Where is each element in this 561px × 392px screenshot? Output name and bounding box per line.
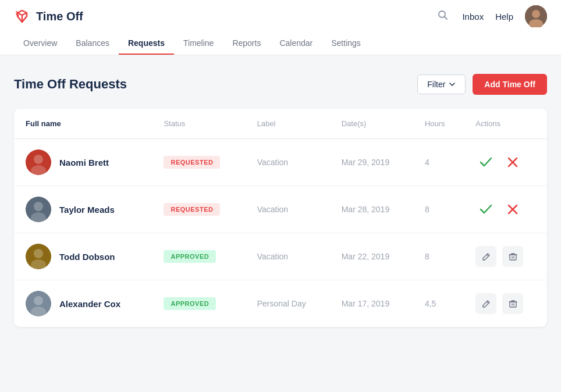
edit-button[interactable]	[475, 246, 496, 267]
header-right: Inbox Help	[435, 5, 547, 27]
label-cell: Vacation	[246, 233, 330, 280]
svg-point-14	[34, 249, 43, 258]
actions-cell	[464, 139, 547, 186]
name-text: Alexander Cox	[59, 299, 120, 309]
status-cell: APPROVED	[152, 280, 245, 327]
tab-calendar[interactable]: Calendar	[270, 33, 322, 55]
delete-button[interactable]	[502, 246, 523, 267]
tab-timeline[interactable]: Timeline	[174, 33, 223, 55]
edit-button[interactable]	[475, 293, 496, 314]
name-text: Taylor Meads	[59, 205, 115, 215]
table-row: Alexander Cox APPROVEDPersonal DayMar 17…	[14, 280, 547, 327]
table-header: Full name Status Label Date(s) Hours Act…	[14, 109, 547, 139]
svg-point-8	[34, 155, 43, 164]
approve-button[interactable]	[475, 152, 496, 173]
avatar-face	[26, 197, 51, 222]
user-avatar[interactable]	[525, 5, 547, 27]
hours-cell: 4,5	[413, 280, 464, 327]
tab-reports[interactable]: Reports	[223, 33, 270, 55]
status-badge: APPROVED	[164, 297, 216, 310]
delete-button[interactable]	[502, 293, 523, 314]
label-text: Vacation	[257, 158, 288, 167]
hours-cell: 8	[413, 233, 464, 280]
date-cell: Mar 22, 2019	[330, 233, 413, 280]
date-text: Mar 22, 2019	[342, 252, 390, 261]
date-cell: Mar 29, 2019	[330, 139, 413, 186]
avatar-circle	[26, 149, 51, 175]
table-body: Naomi Brett REQUESTEDVacationMar 29, 201…	[14, 139, 547, 327]
avatar-svg	[525, 5, 547, 27]
search-icon	[438, 10, 448, 20]
reject-button[interactable]	[502, 152, 523, 173]
status-cell: REQUESTED	[152, 186, 245, 233]
avatar-face	[26, 291, 51, 316]
logo-area: Time Off	[14, 8, 83, 24]
label-cell: Vacation	[246, 139, 330, 186]
label-text: Vacation	[257, 205, 288, 214]
avatar-circle	[26, 291, 51, 316]
col-actions: Actions	[464, 109, 547, 139]
row-avatar	[26, 291, 51, 316]
svg-rect-20	[510, 302, 516, 307]
col-label: Label	[246, 109, 330, 139]
tab-requests[interactable]: Requests	[119, 33, 174, 55]
col-dates: Date(s)	[330, 109, 413, 139]
hours-text: 8	[425, 252, 429, 261]
name-cell: Taylor Meads	[14, 186, 152, 233]
name-text: Todd Dobson	[59, 252, 115, 262]
tab-balances[interactable]: Balances	[66, 33, 119, 55]
date-text: Mar 29, 2019	[342, 158, 390, 167]
actions-cell	[464, 233, 547, 280]
row-avatar	[26, 197, 51, 222]
svg-point-18	[34, 296, 43, 305]
tab-overview[interactable]: Overview	[14, 33, 66, 55]
add-time-off-button[interactable]: Add Time Off	[473, 74, 547, 95]
toolbar: Filter Add Time Off	[417, 74, 547, 95]
avatar-face	[26, 149, 51, 175]
actions-cell	[464, 186, 547, 233]
name-cell: Naomi Brett	[14, 139, 152, 186]
header-top: Time Off Inbox Help	[14, 0, 547, 33]
nav-tabs: Overview Balances Requests Timeline Repo…	[14, 33, 547, 55]
requests-table: Full name Status Label Date(s) Hours Act…	[14, 109, 547, 327]
name-cell: Todd Dobson	[14, 233, 152, 280]
tab-settings[interactable]: Settings	[322, 33, 370, 55]
filter-button[interactable]: Filter	[417, 74, 466, 94]
table-row: Todd Dobson APPROVEDVacationMar 22, 2019…	[14, 233, 547, 280]
svg-line-3	[445, 16, 448, 19]
svg-line-1	[16, 14, 19, 16]
svg-point-11	[34, 202, 43, 211]
page-title: Time Off Requests	[14, 77, 127, 92]
logo-icon	[14, 8, 30, 24]
help-button[interactable]: Help	[495, 12, 513, 22]
col-fullname: Full name	[14, 109, 152, 139]
chevron-down-icon	[449, 81, 456, 88]
col-hours: Hours	[413, 109, 464, 139]
label-text: Personal Day	[257, 299, 306, 308]
requests-table-card: Full name Status Label Date(s) Hours Act…	[14, 109, 547, 327]
actions-cell	[464, 280, 547, 327]
avatar-face	[26, 244, 51, 269]
name-cell: Alexander Cox	[14, 280, 152, 327]
row-avatar	[26, 244, 51, 269]
approve-button[interactable]	[475, 199, 496, 220]
date-text: Mar 17, 2019	[342, 299, 390, 308]
date-text: Mar 28, 2019	[342, 205, 390, 214]
row-avatar	[26, 149, 51, 175]
label-cell: Personal Day	[246, 280, 330, 327]
main-content: Time Off Requests Filter Add Time Off Fu…	[0, 55, 561, 341]
search-button[interactable]	[435, 8, 450, 26]
col-status: Status	[152, 109, 245, 139]
table-row: Naomi Brett REQUESTEDVacationMar 29, 201…	[14, 139, 547, 186]
inbox-button[interactable]: Inbox	[462, 12, 484, 22]
label-cell: Vacation	[246, 186, 330, 233]
status-cell: APPROVED	[152, 233, 245, 280]
status-badge: REQUESTED	[164, 203, 220, 216]
label-text: Vacation	[257, 252, 288, 261]
name-text: Naomi Brett	[59, 158, 109, 168]
table-row: Taylor Meads REQUESTEDVacationMar 28, 20…	[14, 186, 547, 233]
reject-button[interactable]	[502, 199, 523, 220]
page-header: Time Off Requests Filter Add Time Off	[14, 74, 547, 95]
hours-cell: 8	[413, 186, 464, 233]
header: Time Off Inbox Help Overview	[0, 0, 561, 55]
